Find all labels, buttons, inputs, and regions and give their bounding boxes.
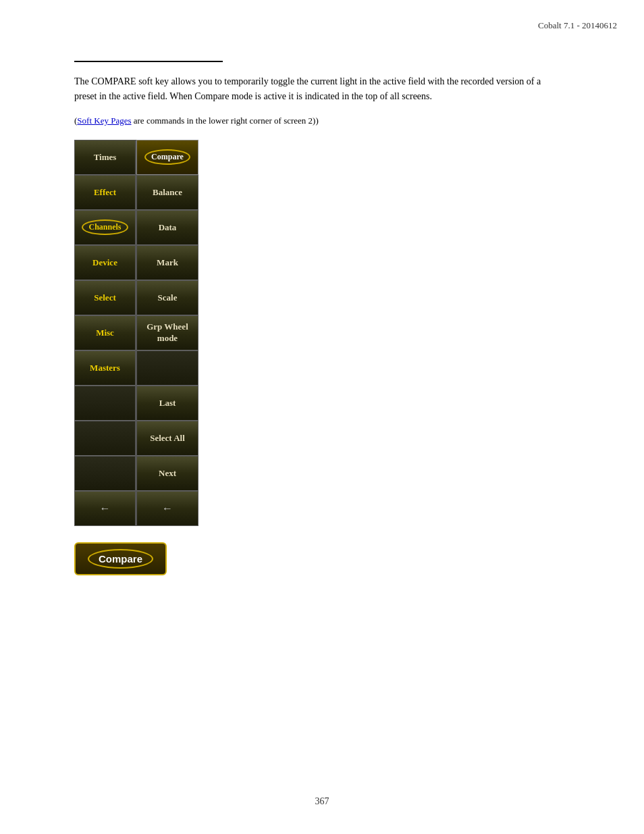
left-back-btn[interactable]: ←: [74, 491, 136, 526]
note-suffix: are commands in the lower right corner o…: [132, 115, 316, 126]
soft-key-note: (Soft Key Pages are commands in the lowe…: [74, 115, 590, 126]
balance-btn[interactable]: Balance: [136, 175, 198, 210]
select-label: Select: [94, 292, 115, 303]
right-column: Compare Balance Data Mark Scale Grp Whee…: [136, 140, 198, 526]
last-label: Last: [159, 398, 176, 409]
soft-key-pages-link[interactable]: Soft Key Pages: [77, 115, 131, 126]
mark-btn[interactable]: Mark: [136, 245, 198, 280]
select-all-btn[interactable]: Select All: [136, 421, 198, 456]
device-btn[interactable]: Device: [74, 245, 136, 280]
scale-btn[interactable]: Scale: [136, 280, 198, 315]
scale-label: Scale: [158, 292, 178, 303]
device-label: Device: [92, 257, 117, 268]
right-back-btn[interactable]: ←: [136, 491, 198, 526]
select-btn[interactable]: Select: [74, 280, 136, 315]
misc-label: Misc: [96, 328, 114, 338]
channels-label: Channels: [82, 219, 128, 235]
compare-standalone-button[interactable]: Compare: [74, 542, 167, 575]
effect-label: Effect: [94, 187, 116, 198]
left-back-arrow: ←: [100, 502, 111, 515]
compare-btn[interactable]: Compare: [136, 140, 198, 175]
description-text: The COMPARE soft key allows you to tempo…: [74, 74, 547, 105]
data-btn[interactable]: Data: [136, 210, 198, 245]
data-label: Data: [159, 222, 177, 233]
left-empty-1: [74, 386, 136, 421]
compare-label: Compare: [144, 149, 190, 165]
next-btn[interactable]: Next: [136, 456, 198, 491]
chapter-divider: [74, 61, 223, 62]
grp-wheel-label: Grp Wheelmode: [146, 321, 188, 344]
right-back-arrow: ←: [162, 502, 173, 515]
version-text: Cobalt 7.1 - 20140612: [538, 20, 617, 31]
effect-btn[interactable]: Effect: [74, 175, 136, 210]
last-btn[interactable]: Last: [136, 386, 198, 421]
times-label: Times: [94, 152, 117, 163]
misc-btn[interactable]: Misc: [74, 315, 136, 350]
page-number: 367: [315, 796, 329, 807]
masters-label: Masters: [90, 363, 120, 373]
next-label: Next: [159, 468, 176, 479]
grp-wheel-btn[interactable]: Grp Wheelmode: [136, 315, 198, 350]
channels-btn[interactable]: Channels: [74, 210, 136, 245]
softkey-panel: Times Effect Channels Device Select Misc…: [74, 140, 199, 526]
left-empty-2: [74, 421, 136, 456]
right-empty-1: [136, 350, 198, 386]
mark-label: Mark: [157, 257, 178, 268]
balance-label: Balance: [153, 187, 182, 198]
select-all-label: Select All: [150, 433, 185, 444]
compare-standalone-label: Compare: [88, 549, 153, 569]
masters-btn[interactable]: Masters: [74, 350, 136, 386]
left-column: Times Effect Channels Device Select Misc…: [74, 140, 136, 526]
times-btn[interactable]: Times: [74, 140, 136, 175]
left-empty-3: [74, 456, 136, 491]
